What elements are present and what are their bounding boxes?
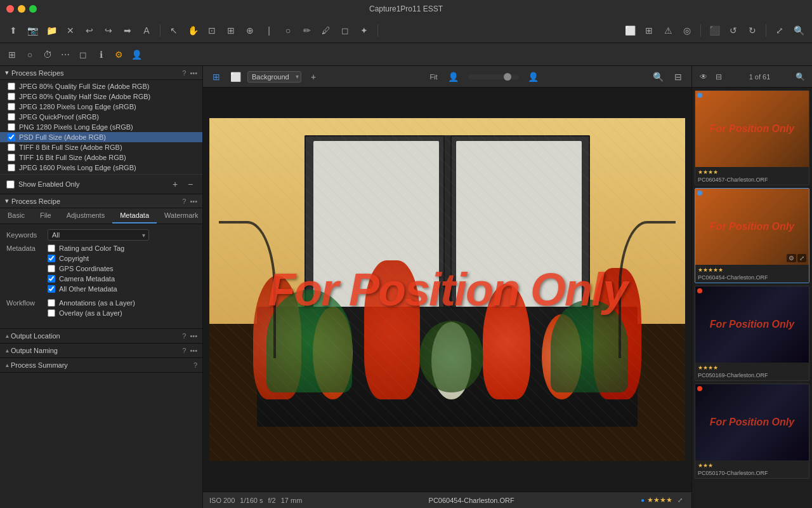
- eye-icon[interactable]: 👁: [697, 70, 710, 83]
- tab-basic[interactable]: Basic: [0, 208, 32, 224]
- output-naming-section[interactable]: ▸ Output Naming ? •••: [0, 344, 202, 358]
- tool5-icon[interactable]: ✦: [356, 22, 372, 39]
- recipe-checkbox-6[interactable]: [8, 144, 15, 151]
- add-layer-icon[interactable]: +: [305, 69, 322, 85]
- overlay-checkbox[interactable]: [48, 309, 55, 317]
- window-controls[interactable]: [6, 5, 37, 13]
- rotate-right-icon[interactable]: ↻: [744, 22, 761, 39]
- display-icon[interactable]: ⬜: [622, 22, 638, 39]
- process-recipes-header[interactable]: ▾ Process Recipes ? •••: [0, 66, 202, 80]
- hand-icon[interactable]: ✋: [185, 22, 201, 39]
- brush-icon[interactable]: ✏: [299, 22, 315, 39]
- copyright-checkbox[interactable]: [48, 255, 55, 262]
- process-recipe-header[interactable]: ▾ Process Recipe ? •••: [0, 194, 202, 208]
- settings-icon-small[interactable]: ⚙: [787, 254, 796, 262]
- list-item[interactable]: TIFF 16 Bit Full Size (Adobe RGB): [0, 152, 202, 163]
- more-icon-4[interactable]: •••: [190, 347, 197, 354]
- crop-icon[interactable]: ⊡: [204, 22, 220, 39]
- film-item-1[interactable]: For Position Only ★★★★ PC060457-Charlest…: [695, 90, 809, 185]
- remove-recipe-button[interactable]: −: [185, 178, 196, 190]
- list-item[interactable]: JPEG QuickProof (sRGB): [0, 112, 202, 122]
- album-icon[interactable]: ◻: [75, 46, 91, 63]
- add-recipe-button[interactable]: +: [169, 178, 181, 190]
- text-icon[interactable]: A: [138, 22, 155, 39]
- list-item[interactable]: JPEG 1280 Pixels Long Edge (sRGB): [0, 102, 202, 112]
- tab-metadata[interactable]: Metadata: [112, 208, 157, 224]
- expand-icon-small[interactable]: ⤢: [797, 254, 806, 262]
- tab-file[interactable]: File: [32, 208, 59, 224]
- import-icon[interactable]: ⬆: [5, 22, 22, 39]
- line-icon[interactable]: |: [261, 22, 277, 39]
- search-filmstrip-icon[interactable]: 🔍: [794, 70, 807, 83]
- help-icon[interactable]: ?: [182, 69, 186, 77]
- recipe-checkbox-0[interactable]: [8, 83, 15, 90]
- grid-view-icon[interactable]: ⊞: [208, 69, 225, 85]
- filmstrip-icon[interactable]: ⊟: [670, 69, 686, 85]
- tab-adjustments[interactable]: Adjustments: [59, 208, 113, 224]
- recipe-checkbox-1[interactable]: [8, 93, 15, 100]
- rotate-left-icon[interactable]: ↺: [725, 22, 742, 39]
- annotations-checkbox[interactable]: [48, 299, 55, 307]
- zoom-in-icon[interactable]: 🔍: [790, 22, 807, 39]
- zoom-fit-icon[interactable]: ⤢: [771, 22, 788, 39]
- folder-icon[interactable]: 📁: [43, 22, 60, 39]
- camera-icon[interactable]: 📷: [24, 22, 41, 39]
- help-icon-5[interactable]: ?: [193, 361, 197, 369]
- more-icon-3[interactable]: •••: [190, 332, 197, 340]
- gps-checkbox[interactable]: [48, 265, 55, 272]
- heal-icon[interactable]: ⊕: [242, 22, 258, 39]
- filter-icon[interactable]: ⋯: [57, 46, 74, 63]
- camera-checkbox[interactable]: [48, 275, 55, 283]
- copy-icon[interactable]: ⬛: [706, 22, 723, 39]
- help-icon-4[interactable]: ?: [182, 347, 186, 354]
- close-button[interactable]: [6, 5, 14, 13]
- more-icon[interactable]: •••: [190, 69, 197, 77]
- film-item-2[interactable]: For Position Only ⚙ ⤢ ★★★★★ PC060454-Cha…: [695, 188, 809, 283]
- expand-icon[interactable]: ⤢: [675, 495, 685, 505]
- recipe-checkbox-2[interactable]: [8, 103, 15, 110]
- exposure-slider[interactable]: [468, 74, 519, 79]
- film-item-3[interactable]: For Position Only ★★★★ PC050169-Charlest…: [695, 286, 809, 381]
- warning-icon[interactable]: ⚠: [660, 22, 676, 39]
- output-location-section[interactable]: ▸ Output Location ? •••: [0, 329, 202, 344]
- circle-icon[interactable]: ○: [280, 22, 296, 39]
- redo-icon[interactable]: ↪: [100, 22, 117, 39]
- list-item[interactable]: PNG 1280 Pixels Long Edge (sRGB): [0, 122, 202, 132]
- transform-icon[interactable]: ⊞: [223, 22, 239, 39]
- show-enabled-checkbox[interactable]: [6, 180, 15, 189]
- undo-icon[interactable]: ↩: [81, 22, 98, 39]
- recipe-checkbox-3[interactable]: [8, 113, 15, 121]
- recipe-checkbox-8[interactable]: [8, 164, 15, 171]
- tab-watermark[interactable]: Watermark: [157, 208, 203, 224]
- minimize-button[interactable]: [18, 5, 25, 13]
- process-summary-section[interactable]: ▸ Process Summary ?: [0, 358, 202, 373]
- recipe-checkbox-5[interactable]: [8, 133, 15, 141]
- list-item[interactable]: TIFF 8 Bit Full Size (Adobe RGB): [0, 142, 202, 152]
- profile-icon[interactable]: 👤: [445, 69, 462, 85]
- settings-icon[interactable]: ⚙: [110, 46, 127, 63]
- pen-icon[interactable]: 🖊: [318, 22, 334, 39]
- help-icon-2[interactable]: ?: [182, 197, 186, 205]
- other-checkbox[interactable]: [48, 285, 55, 293]
- grid-icon[interactable]: ⊞: [641, 22, 657, 39]
- filmstrip-toggle-icon[interactable]: ⊟: [712, 70, 725, 83]
- lupe-icon[interactable]: ◎: [679, 22, 695, 39]
- person-icon[interactable]: 👤: [525, 69, 542, 85]
- info-icon[interactable]: ℹ: [93, 46, 109, 63]
- list-item[interactable]: JPEG 80% Quality Half Size (Adobe RGB): [0, 91, 202, 102]
- list-item[interactable]: JPEG 80% Quality Full Size (Adobe RGB): [0, 81, 202, 91]
- clock-icon[interactable]: ⏱: [39, 46, 56, 63]
- capture-icon[interactable]: ○: [22, 46, 38, 63]
- background-select[interactable]: Background: [247, 71, 301, 83]
- recipe-checkbox-4[interactable]: [8, 123, 15, 131]
- maximize-button[interactable]: [29, 5, 37, 13]
- cursor-icon[interactable]: ↖: [166, 22, 182, 39]
- single-view-icon[interactable]: ⬜: [227, 69, 244, 85]
- rating-checkbox[interactable]: [48, 244, 55, 252]
- recipe-checkbox-7[interactable]: [8, 154, 15, 161]
- keywords-select[interactable]: All None Custom: [48, 229, 149, 241]
- forward-icon[interactable]: ➡: [119, 22, 136, 39]
- list-item[interactable]: JPEG 1600 Pixels Long Edge (sRGB): [0, 163, 202, 173]
- loupe-icon-right[interactable]: 🔍: [650, 69, 666, 85]
- help-icon-3[interactable]: ?: [182, 332, 186, 340]
